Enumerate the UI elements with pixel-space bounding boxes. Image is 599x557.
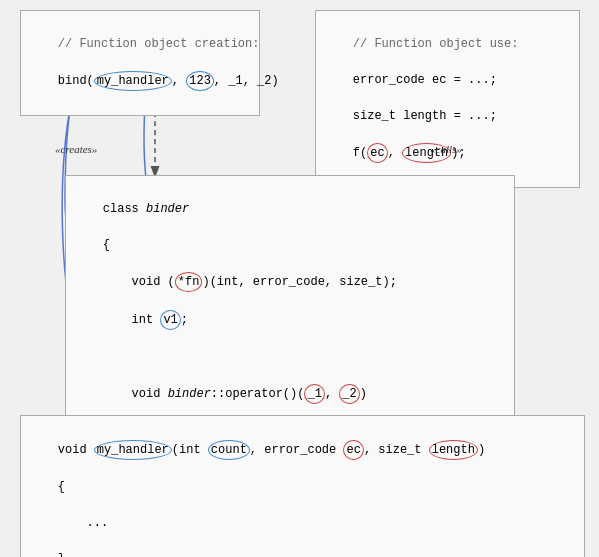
binder-class-name: binder <box>146 202 189 216</box>
top-right-line2: size_t length = ...; <box>353 109 497 123</box>
bottom-box: void my_handler(int count, error_code ec… <box>20 415 585 557</box>
my-handler-circle-bind: my_handler <box>94 71 172 91</box>
ec-circle-bottom: ec <box>343 440 363 460</box>
v1-label: v1 <box>160 310 180 330</box>
top-right-comment: // Function object use: <box>353 37 519 51</box>
op-p1-circle: _1 <box>304 384 324 404</box>
fn-circle-decl: *fn <box>175 272 203 292</box>
123-circle: 123 <box>186 71 214 91</box>
length-circle-bottom: length <box>429 440 478 460</box>
top-right-box: // Function object use: error_code ec = … <box>315 10 580 188</box>
top-right-line1: error_code ec = ...; <box>353 73 497 87</box>
ec-circle-top: ec <box>367 143 387 163</box>
my-handler-circle-bottom: my_handler <box>94 440 172 460</box>
top-left-comment: // Function object creation: <box>58 37 260 51</box>
op-p2-circle: _2 <box>339 384 359 404</box>
diagram-container: // Function object creation: bind(my_han… <box>0 0 599 557</box>
count-circle: count <box>208 440 250 460</box>
top-left-box: // Function object creation: bind(my_han… <box>20 10 260 116</box>
calls-label: «calls» <box>430 143 462 155</box>
creates-label: «creates» <box>55 143 97 155</box>
